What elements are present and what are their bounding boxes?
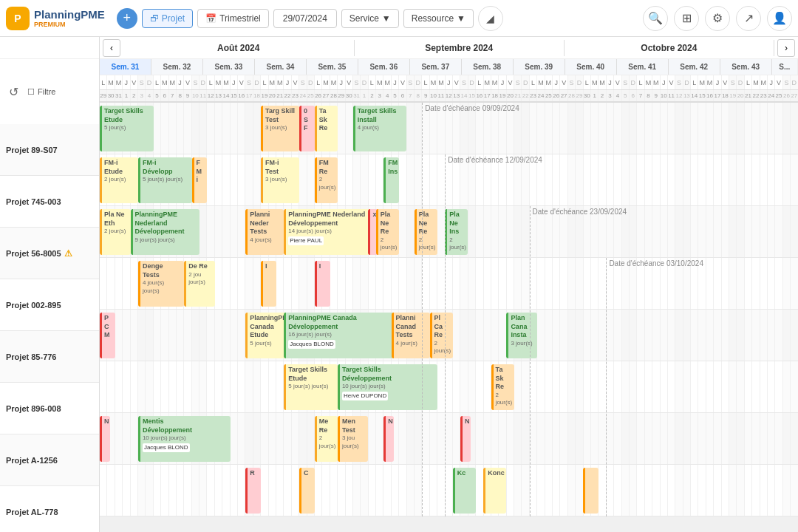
settings-button[interactable]: ⚙ (705, 6, 730, 31)
project-row-2[interactable]: Projet 745-003 (0, 176, 99, 228)
project-row-7[interactable]: Projet A-1256 (0, 434, 99, 486)
day-letter-cell: M (161, 75, 168, 89)
grid-cell (123, 413, 130, 464)
grid-cell (768, 465, 775, 516)
day-letter-cell: J (768, 75, 775, 89)
day-letter-cell: L (261, 75, 268, 89)
grid-cell (530, 154, 537, 205)
grid-cell (407, 206, 415, 257)
grid-cell (222, 154, 230, 205)
grid-cell (729, 465, 737, 516)
date-button[interactable]: 29/07/2024 (273, 9, 337, 28)
grid-cell (215, 103, 222, 154)
grid-cell (683, 154, 691, 205)
grid-cell (783, 206, 791, 257)
grid-cell (791, 258, 798, 309)
next-button[interactable]: › (777, 39, 795, 57)
grid-cell (115, 154, 123, 205)
grid-cell (460, 258, 468, 309)
project-row-8[interactable]: Projet AL-778 (0, 486, 99, 532)
day-letter-cell: M (706, 75, 714, 89)
grid-cell (737, 361, 744, 412)
day-number-cell: 5 (622, 90, 630, 101)
day-letter-cell: J (499, 75, 506, 89)
filter-button[interactable]: ◢ (478, 6, 503, 31)
project-row-1[interactable]: Projet 89-S07 (0, 124, 99, 176)
grid-cell (131, 465, 138, 516)
layers-button[interactable]: ⊞ (674, 6, 699, 31)
grid-cell (576, 361, 583, 412)
grid-cell (177, 206, 184, 257)
grid-cell (100, 206, 107, 257)
grid-cell (284, 310, 291, 361)
project-row-6[interactable]: Projet 896-008 (0, 383, 99, 434)
filter-toggle[interactable]: ☐ Filtre (26, 86, 57, 98)
grid-cell (675, 310, 683, 361)
project-row-5[interactable]: Projet 85-776 (0, 331, 99, 383)
trimestriel-button[interactable]: 📅 Trimestriel (197, 9, 269, 28)
grid-cell (330, 465, 338, 516)
prev-button[interactable]: ‹ (103, 39, 120, 57)
grid-cell (299, 413, 307, 464)
day-letter-cell: M (545, 75, 553, 89)
grid-cell (299, 361, 307, 412)
grid-cell (207, 361, 214, 412)
grid-cell (315, 465, 322, 516)
share-button[interactable]: ↗ (736, 6, 761, 31)
day-letter-cell: D (307, 75, 315, 89)
grid-cell (737, 258, 744, 309)
day-letter-cell: M (330, 75, 338, 89)
grid-cell (637, 361, 644, 412)
grid-cell (346, 465, 353, 516)
grid-cell (184, 465, 191, 516)
grid-cell (131, 361, 138, 412)
grid-cell (407, 258, 415, 309)
grid-cell (484, 465, 491, 516)
day-letter-cell: L (154, 75, 161, 89)
day-number-cell: 20 (507, 90, 514, 101)
grid-cell (100, 413, 107, 464)
grid-cell (138, 310, 146, 361)
refresh-button[interactable]: ↺ (6, 82, 21, 102)
grid-cell (338, 206, 345, 257)
day-number-cell: 11 (668, 90, 675, 101)
grid-cell (598, 465, 606, 516)
grid-cell (729, 154, 737, 205)
day-letter-cell: V (722, 75, 729, 89)
add-button[interactable]: + (117, 8, 137, 29)
grid-cell (637, 413, 644, 464)
day-number-cell: 16 (238, 90, 245, 101)
grid-cell (284, 206, 291, 257)
grid-cell (307, 206, 315, 257)
day-number-cell: 19 (729, 90, 737, 101)
grid-cell (722, 465, 729, 516)
search-button[interactable]: 🔍 (643, 6, 668, 31)
project-row-4[interactable]: Projet 002-895 (0, 279, 99, 331)
grid-cell (576, 206, 583, 257)
grid-cell (222, 465, 230, 516)
grid-cell (714, 103, 721, 154)
grid-cell (307, 361, 315, 412)
user-button[interactable]: 👤 (767, 6, 792, 31)
grid-cell (245, 310, 253, 361)
grid-cell (376, 154, 383, 205)
grid-cell (683, 258, 691, 309)
project-row-3[interactable]: Projet 56-8005 ⚠ (0, 228, 99, 279)
projet-button[interactable]: 🗗 Projet (142, 9, 193, 28)
grid-cell (169, 103, 177, 154)
grid-cell (584, 154, 591, 205)
grid-cell (698, 310, 706, 361)
grid-cell (722, 206, 729, 257)
ressource-dropdown[interactable]: Ressource ▼ (403, 9, 474, 28)
grid-cell (460, 361, 468, 412)
grid-cell (330, 413, 338, 464)
grid-cell (177, 310, 184, 361)
grid-cell (299, 103, 307, 154)
grid-cell (545, 258, 553, 309)
grid-cell (138, 154, 146, 205)
grid-cell (607, 413, 614, 464)
grid-cell (491, 258, 499, 309)
grid-cell (146, 154, 153, 205)
service-dropdown[interactable]: Service ▼ (341, 9, 399, 28)
grid-cell (346, 258, 353, 309)
